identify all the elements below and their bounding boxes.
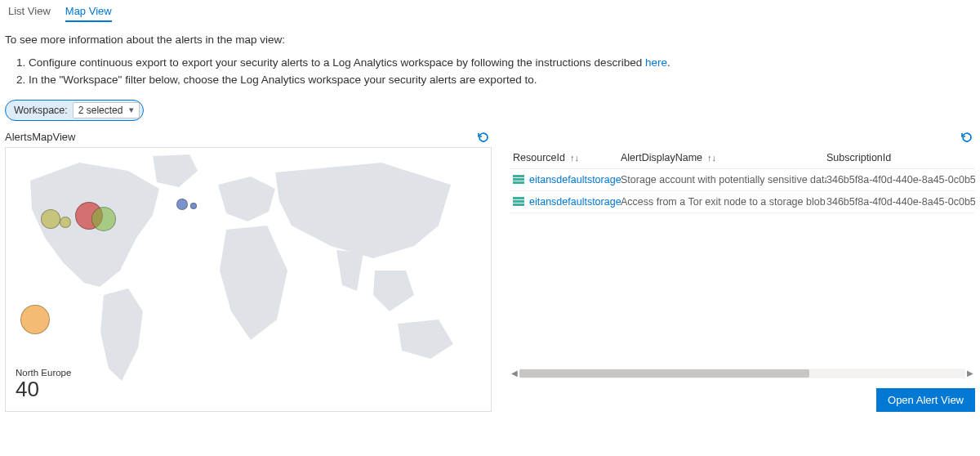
bubble-westus-1[interactable] bbox=[41, 209, 60, 229]
step-2: 2. In the "Workspace" filter below, choo… bbox=[16, 72, 975, 88]
svg-rect-3 bbox=[513, 197, 524, 199]
bubble-centralus-green[interactable] bbox=[91, 207, 116, 231]
alert-name-cell: Access from a Tor exit node to a storage… bbox=[621, 196, 826, 208]
svg-rect-1 bbox=[513, 178, 524, 181]
svg-rect-2 bbox=[513, 181, 524, 184]
horizontal-scrollbar[interactable]: ◀ ▶ bbox=[510, 367, 975, 380]
svg-rect-4 bbox=[513, 200, 524, 203]
scroll-right-arrow[interactable]: ▶ bbox=[965, 368, 975, 379]
alerts-map[interactable]: North Europe 40 bbox=[5, 147, 492, 412]
scroll-left-arrow[interactable]: ◀ bbox=[510, 368, 519, 379]
subscription-cell: 346b5f8a-4f0d-440e-8a45-0c0b5 bbox=[826, 174, 975, 186]
col-resourceid[interactable]: ResourceId bbox=[513, 152, 565, 163]
scroll-track[interactable] bbox=[519, 369, 965, 378]
col-alertdisplayname[interactable]: AlertDisplayName bbox=[621, 152, 702, 163]
tab-list-view[interactable]: List View bbox=[8, 5, 51, 22]
resource-link[interactable]: eitansdefaultstorage bbox=[513, 196, 621, 208]
undo-icon-table[interactable] bbox=[960, 131, 973, 144]
map-pane-title: AlertsMapView bbox=[5, 131, 75, 143]
sort-icon[interactable]: ↑↓ bbox=[570, 153, 579, 163]
bubble-northeurope-2[interactable] bbox=[190, 203, 197, 209]
map-stat-value: 40 bbox=[16, 378, 71, 401]
world-map-svg bbox=[6, 148, 492, 412]
alert-name-cell: Storage account with potentially sensiti… bbox=[621, 174, 826, 186]
resource-link[interactable]: eitansdefaultstorage bbox=[513, 174, 621, 186]
bubble-unassigned-orange[interactable] bbox=[20, 305, 50, 334]
instructions-link-here[interactable]: here bbox=[645, 56, 667, 69]
workspace-filter-value[interactable]: 2 selected ▾ bbox=[73, 102, 140, 118]
chevron-down-icon: ▾ bbox=[129, 105, 134, 115]
storage-icon bbox=[513, 175, 524, 185]
workspace-filter[interactable]: Workspace: 2 selected ▾ bbox=[5, 100, 144, 121]
sort-icon[interactable]: ↑↓ bbox=[707, 153, 716, 163]
subscription-cell: 346b5f8a-4f0d-440e-8a45-0c0b5 bbox=[826, 196, 975, 208]
intro-text: To see more information about the alerts… bbox=[5, 32, 975, 48]
table-row[interactable]: eitansdefaultstorage Access from a Tor e… bbox=[510, 191, 975, 213]
storage-icon bbox=[513, 197, 524, 207]
workspace-filter-label: Workspace: bbox=[14, 105, 68, 116]
col-subscriptionid[interactable]: SubscriptionId bbox=[826, 152, 891, 163]
step-1: 1. Configure continuous export to export… bbox=[16, 55, 975, 71]
bubble-westus-2[interactable] bbox=[60, 217, 71, 228]
open-alert-view-button[interactable]: Open Alert View bbox=[876, 388, 975, 412]
scroll-thumb[interactable] bbox=[519, 369, 809, 378]
bubble-northeurope-1[interactable] bbox=[176, 199, 188, 210]
undo-icon[interactable] bbox=[477, 131, 490, 144]
svg-rect-5 bbox=[513, 203, 524, 206]
table-header: ResourceId ↑↓ AlertDisplayName ↑↓ Subscr… bbox=[510, 147, 975, 169]
tab-map-view[interactable]: Map View bbox=[65, 5, 112, 22]
table-row[interactable]: eitansdefaultstorage Storage account wit… bbox=[510, 169, 975, 191]
svg-rect-0 bbox=[513, 175, 524, 177]
